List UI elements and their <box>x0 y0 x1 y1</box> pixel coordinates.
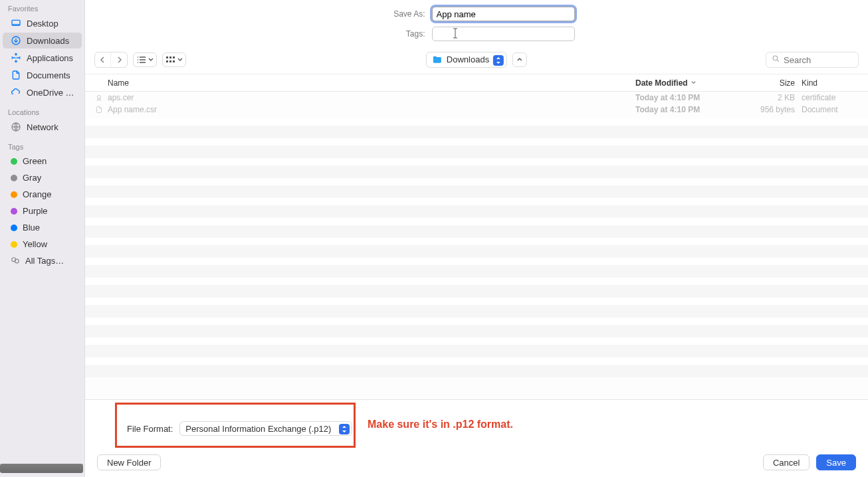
svg-rect-5 <box>166 56 168 58</box>
file-format-value: Personal Information Exchange (.p12) <box>185 424 331 434</box>
col-name-header[interactable]: Name <box>108 78 635 88</box>
view-list-button[interactable] <box>133 52 157 67</box>
sidebar-section-favorites: Favorites <box>0 3 84 15</box>
sidebar-item-label: Network <box>27 122 58 132</box>
location-popup-button[interactable]: Downloads <box>426 52 507 68</box>
sidebar: Favorites Desktop Downloads Applications… <box>0 0 85 477</box>
sidebar-section-tags: Tags <box>0 141 84 153</box>
svg-rect-6 <box>169 56 171 58</box>
table-row[interactable]: App name.csr Today at 4:10 PM 956 bytes … <box>85 104 868 116</box>
empty-rows <box>85 116 868 377</box>
table-row[interactable]: aps.cer Today at 4:10 PM 2 KB certificat… <box>85 92 868 104</box>
tag-dot-icon <box>11 175 17 181</box>
cell-kind: Document <box>802 105 868 114</box>
col-size-header[interactable]: Size <box>742 78 802 88</box>
cell-kind: certificate <box>802 93 868 102</box>
chevron-down-icon <box>177 57 183 62</box>
applications-icon <box>11 52 21 63</box>
sort-chevron-icon <box>691 80 697 86</box>
svg-rect-9 <box>169 60 171 62</box>
text-cursor-icon <box>452 27 456 38</box>
tag-dot-icon <box>11 158 17 165</box>
sidebar-tag-yellow[interactable]: Yellow <box>3 237 82 252</box>
network-icon <box>11 122 21 132</box>
cancel-button[interactable]: Cancel <box>763 454 810 470</box>
sidebar-item-applications[interactable]: Applications <box>3 50 82 66</box>
onedrive-icon <box>11 87 21 98</box>
svg-point-11 <box>773 56 778 60</box>
sidebar-tag-purple[interactable]: Purple <box>3 203 82 219</box>
tags-label: Tags: <box>379 29 425 39</box>
sidebar-all-tags[interactable]: All Tags… <box>3 253 82 268</box>
tag-dot-icon <box>11 225 17 231</box>
save-form: Save As: Tags: <box>85 0 868 45</box>
sidebar-item-label: Applications <box>27 53 73 63</box>
folder-icon <box>432 54 443 65</box>
svg-rect-10 <box>173 60 175 62</box>
svg-point-12 <box>98 96 101 99</box>
main-panel: Save As: Tags: <box>85 0 868 477</box>
sidebar-tag-orange[interactable]: Orange <box>3 187 82 202</box>
save-as-label: Save As: <box>379 9 425 19</box>
bottom-panel: File Format: Personal Information Exchan… <box>85 399 868 477</box>
sidebar-item-label: Green <box>23 156 47 166</box>
collapse-button[interactable] <box>512 52 527 67</box>
file-format-label: File Format: <box>127 424 173 434</box>
sidebar-item-network[interactable]: Network <box>3 119 82 135</box>
sidebar-item-onedrive[interactable]: OneDrive -… <box>3 84 82 100</box>
all-tags-icon <box>11 256 20 266</box>
sidebar-item-label: Gray <box>23 173 41 183</box>
view-grid-button[interactable] <box>162 52 186 67</box>
sidebar-item-documents[interactable]: Documents <box>3 67 82 83</box>
updown-arrows-icon <box>493 55 504 66</box>
updown-arrows-icon <box>339 424 350 434</box>
sidebar-item-label: All Tags… <box>25 256 64 266</box>
tag-dot-icon <box>11 191 17 198</box>
cell-size: 956 bytes <box>742 105 802 114</box>
nav-back-forward <box>94 52 128 68</box>
save-button[interactable]: Save <box>816 454 856 470</box>
sidebar-tag-gray[interactable]: Gray <box>3 170 82 185</box>
desktop-icon <box>11 18 21 29</box>
cell-name: App name.csr <box>108 105 635 114</box>
file-format-select[interactable]: Personal Information Exchange (.p12) <box>179 421 352 436</box>
search-input[interactable] <box>784 55 853 65</box>
search-icon <box>772 54 780 65</box>
col-date-header[interactable]: Date Modified <box>635 78 742 88</box>
sidebar-item-label: Blue <box>23 223 40 233</box>
tag-dot-icon <box>11 208 17 215</box>
nav-forward-button[interactable] <box>111 52 127 67</box>
sidebar-tag-blue[interactable]: Blue <box>3 220 82 235</box>
sidebar-item-label: Yellow <box>23 239 47 249</box>
documents-icon <box>11 70 21 80</box>
cell-date: Today at 4:10 PM <box>635 93 742 102</box>
svg-rect-8 <box>166 60 168 62</box>
sidebar-item-label: Desktop <box>27 19 58 29</box>
dock-shadow <box>0 464 83 473</box>
sidebar-item-desktop[interactable]: Desktop <box>3 15 82 31</box>
nav-back-button[interactable] <box>95 52 111 67</box>
sidebar-item-label: Orange <box>23 189 51 199</box>
cell-size: 2 KB <box>742 93 802 102</box>
document-file-icon <box>94 105 104 114</box>
save-as-input[interactable] <box>432 7 575 21</box>
sidebar-item-label: Purple <box>23 206 48 216</box>
new-folder-button[interactable]: New Folder <box>97 454 161 470</box>
col-kind-header[interactable]: Kind <box>802 78 868 88</box>
svg-rect-7 <box>173 56 175 58</box>
tag-dot-icon <box>11 241 17 248</box>
sidebar-item-downloads[interactable]: Downloads <box>3 33 82 48</box>
sidebar-tag-green[interactable]: Green <box>3 153 82 169</box>
downloads-icon <box>11 35 21 46</box>
toolbar: Downloads <box>85 45 868 74</box>
annotation-text: Make sure it's in .p12 format. <box>368 419 513 430</box>
table-header: Name Date Modified Size Kind <box>85 74 868 92</box>
cell-date: Today at 4:10 PM <box>635 105 742 114</box>
file-browser: Name Date Modified Size Kind aps.cer Tod… <box>85 74 868 399</box>
sidebar-section-locations: Locations <box>0 106 84 118</box>
svg-point-4 <box>15 259 19 263</box>
sidebar-item-label: OneDrive -… <box>27 88 75 98</box>
cell-name: aps.cer <box>108 93 635 102</box>
search-box[interactable] <box>766 52 859 68</box>
certificate-file-icon <box>94 93 104 102</box>
